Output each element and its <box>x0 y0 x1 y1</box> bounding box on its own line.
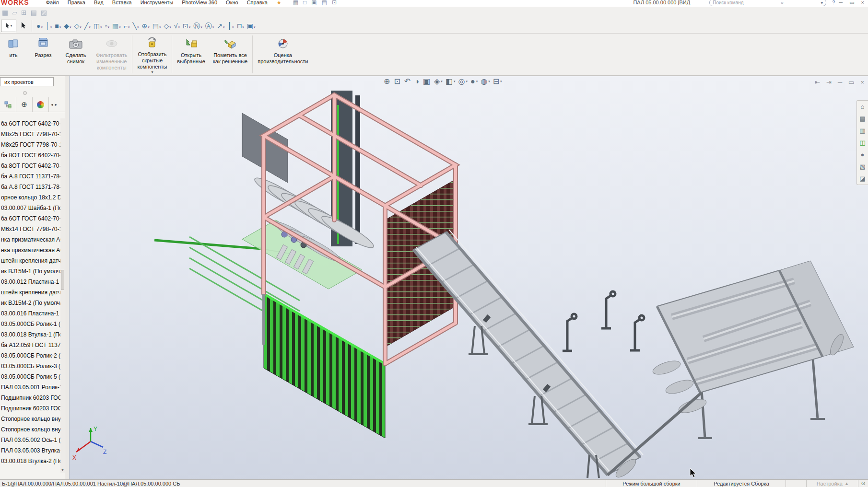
slot-icon[interactable]: ⊓ ▾ <box>236 23 244 29</box>
dropdown-arrow-icon[interactable]: ▾ <box>178 25 180 29</box>
tree-item[interactable]: 03.05.000СБ Ролик-3 (Г <box>0 361 60 371</box>
offset-icon[interactable]: ▫ ▾ <box>105 23 109 29</box>
show-hidden-components-button[interactable]: Отобразить скрытые компоненты ▾ <box>133 34 171 75</box>
open-file-icon[interactable]: ▣ <box>311 0 317 6</box>
tree-item[interactable]: 03.00.012 Пластина-1 ( <box>0 277 60 287</box>
performance-evaluation-button[interactable]: Оценка производительности <box>254 34 312 75</box>
equation-icon[interactable]: √ ▾ <box>174 23 180 29</box>
tree-item[interactable]: 03.05.000СБ Ролик-2 (Г <box>0 350 60 361</box>
polygon-icon[interactable]: ◆ ▾ <box>64 23 71 29</box>
help-icon[interactable]: ? <box>832 0 835 5</box>
dropdown-arrow-icon[interactable]: ▾ <box>500 80 502 83</box>
line-icon[interactable]: │ ▾ <box>46 23 52 29</box>
tree-item[interactable]: ба А12.059 ГОСТ 11371- <box>0 340 60 350</box>
dropdown-arrow-icon[interactable]: ▾ <box>148 25 150 29</box>
dropdown-arrow-icon[interactable]: ▾ <box>254 25 256 29</box>
section-view-icon[interactable]: ◑ <box>414 77 420 86</box>
large-design-review-tab[interactable]: их проектов <box>0 77 54 86</box>
tree-item[interactable]: ПАЛ 03.05.001 Ролик-1 <box>0 382 60 393</box>
edit-appearance-icon[interactable]: ● ▾ <box>470 77 478 86</box>
view-settings-icon[interactable]: ⊟ ▾ <box>493 77 502 86</box>
select-cursor-button[interactable]: ▾ <box>1 20 16 32</box>
take-snapshot-button[interactable]: Сделать снимок <box>59 34 92 75</box>
dropdown-arrow-icon[interactable]: ▾ <box>476 80 478 83</box>
grid-icon[interactable]: ▦ ▾ <box>112 23 121 29</box>
select-dropdown-icon[interactable]: ▾ <box>11 24 12 28</box>
tree-item[interactable]: 03.05.000СБ Ролик-5 (Г <box>0 371 60 382</box>
tree-scrollbar[interactable]: ▼ <box>60 118 65 473</box>
tree-item[interactable]: М8х25 ГОСТ 7798-70-1 <box>0 139 60 150</box>
dropdown-arrow-icon[interactable]: ▾ <box>59 25 61 29</box>
rectangle-icon[interactable]: ■ ▾ <box>55 23 61 29</box>
dropdown-arrow-icon[interactable]: ▾ <box>488 80 490 83</box>
tree-item[interactable]: М8х25 ГОСТ 7798-70-1 <box>0 129 60 139</box>
corner-rectangle-icon[interactable]: ⌐ ▾ <box>124 23 130 29</box>
dropdown-arrow-icon[interactable]: ▾ <box>441 80 443 83</box>
design-library-icon[interactable]: ▤ <box>857 113 868 125</box>
menu-item[interactable]: Вставка <box>108 0 136 5</box>
bom-icon[interactable]: ▤ <box>31 9 37 16</box>
insert-component-icon[interactable]: ▦ <box>2 9 8 16</box>
model-long-conveyor[interactable] <box>413 230 643 479</box>
trim-icon[interactable]: ╲ ▾ <box>132 23 139 29</box>
tree-item[interactable]: ба А.8 ГОСТ 11371-78-1 <box>0 182 60 192</box>
annotation-visibility-icon[interactable]: ▣ <box>423 77 431 86</box>
collapse-left-icon[interactable]: ⇤ <box>815 79 820 86</box>
settings-arrow-icon[interactable]: ▴ <box>845 480 848 487</box>
tree-item[interactable]: 03.00.016 Пластина-1 ( <box>0 308 60 319</box>
tree-item[interactable]: штейн крепления датч <box>0 255 60 266</box>
custom-properties-icon[interactable]: ◪ <box>857 173 868 185</box>
tree-item[interactable]: 03.00.018 Втулка-1 (По <box>0 329 60 340</box>
dropdown-arrow-icon[interactable]: ▾ <box>70 25 71 29</box>
mark-resolved-button[interactable]: Пометить все как решенные <box>209 34 251 75</box>
box-icon[interactable]: ◇ ▾ <box>74 23 82 29</box>
pin-star-icon[interactable]: ★ <box>277 0 282 6</box>
menu-item[interactable]: PhotoView 360 <box>177 0 222 5</box>
dropdown-arrow-icon[interactable]: ▾ <box>108 25 110 29</box>
dropdown-arrow-icon[interactable]: ▾ <box>151 70 153 74</box>
app-restore-icon[interactable]: ▭ <box>849 0 854 6</box>
tree-item[interactable]: Стопорное кольцо вну <box>0 414 60 424</box>
menu-item[interactable]: Инструменты <box>136 0 178 5</box>
model-palletizer[interactable] <box>189 91 456 438</box>
note-icon[interactable]: Ⓐ ▾ <box>205 23 214 29</box>
zoom-area-icon[interactable]: ⊡ <box>394 77 401 86</box>
graphics-viewport[interactable]: ⊕ ⊡ ↶ ◑ ▣ ◈ <box>70 76 868 479</box>
restore-doc-icon[interactable]: ▭ <box>848 79 854 86</box>
command-search-input[interactable]: Поиск команд ○ ▾ <box>709 0 826 6</box>
tree-item[interactable]: нка призматическая А6 <box>0 245 60 255</box>
panel-tab-scroll-right-icon[interactable]: ▸ <box>55 102 58 107</box>
measure-icon[interactable]: ↗ ▾ <box>217 23 224 29</box>
status-tag-icon[interactable]: ⊙ <box>858 480 868 487</box>
tree-item[interactable]: орное кольцо 18х1,2 D <box>0 192 60 203</box>
pin-icon[interactable] <box>23 91 27 95</box>
apply-scene-icon[interactable]: ◍ ▾ <box>481 77 490 86</box>
mate-icon[interactable]: ▱ <box>12 9 17 16</box>
tree-item[interactable]: ба 8ОТ ГОСТ 6402-70-1 <box>0 161 60 171</box>
menu-item[interactable]: Окно <box>222 0 243 5</box>
search-icon[interactable]: ○ <box>781 0 784 5</box>
dropdown-arrow-icon[interactable]: ▾ <box>100 25 102 29</box>
spline-icon[interactable]: ╱ ▾ <box>84 23 91 29</box>
dropdown-arrow-icon[interactable]: ▾ <box>223 25 225 29</box>
tree-item[interactable]: ик BJ15M-1 (По умолча <box>0 266 60 277</box>
dropdown-arrow-icon[interactable]: ▾ <box>189 25 191 29</box>
dropdown-arrow-icon[interactable]: ▾ <box>137 25 139 29</box>
centerpoint-icon[interactable]: ⊕ ▾ <box>141 23 149 29</box>
clipped-left-button[interactable]: ить <box>0 34 27 75</box>
app-minimize-icon[interactable]: ─ <box>839 0 843 6</box>
dropdown-arrow-icon[interactable]: ▾ <box>128 25 130 29</box>
tree-item[interactable]: ба А.8 ГОСТ 11371-78-1 <box>0 171 60 182</box>
dropdown-arrow-icon[interactable]: ▾ <box>200 25 202 29</box>
property-manager-tab[interactable]: ⊕ <box>16 97 33 112</box>
model-canvas[interactable] <box>70 76 868 479</box>
zoom-fit-icon[interactable]: ⊕ <box>384 77 391 86</box>
appearances-icon[interactable]: ● <box>857 149 868 161</box>
dropdown-arrow-icon[interactable]: ▾ <box>242 25 244 29</box>
panel-splitter[interactable] <box>65 76 70 479</box>
balloon-icon[interactable]: Ⓝ ▾ <box>193 23 202 29</box>
tree-item[interactable]: штейн крепления датч <box>0 287 60 298</box>
collapse-right-icon[interactable]: ⇥ <box>826 79 832 86</box>
multi-select-cursor-icon[interactable] <box>20 22 27 29</box>
tree-item[interactable]: нка призматическая А6 <box>0 234 60 245</box>
